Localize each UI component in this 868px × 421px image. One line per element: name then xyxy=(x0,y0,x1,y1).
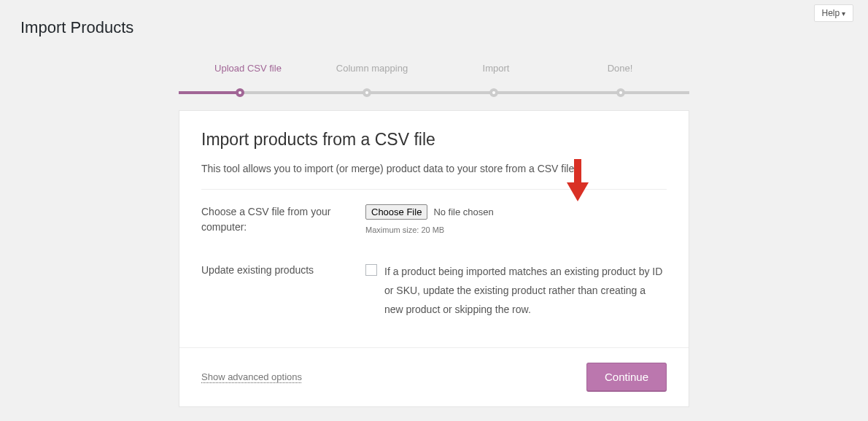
progress-track xyxy=(179,91,689,94)
panel-description: This tool allows you to import (or merge… xyxy=(201,163,667,174)
update-existing-checkbox[interactable] xyxy=(365,264,377,276)
step-dot xyxy=(489,88,498,97)
step-import: Import xyxy=(434,63,558,84)
update-existing-row: Update existing products If a product be… xyxy=(201,248,667,333)
panel-footer: Show advanced options Continue xyxy=(179,347,689,406)
page-title: Import Products xyxy=(0,0,868,37)
show-advanced-options-link[interactable]: Show advanced options xyxy=(201,371,302,382)
choose-file-label: Choose a CSV file from your computer: xyxy=(201,204,365,235)
wizard-container: Upload CSV file Column mapping Import Do… xyxy=(179,63,689,407)
step-label: Column mapping xyxy=(310,63,434,84)
file-size-hint: Maximum size: 20 MB xyxy=(365,225,667,234)
import-panel: Import products from a CSV file This too… xyxy=(179,110,689,407)
step-label: Upload CSV file xyxy=(186,63,310,84)
step-upload-csv: Upload CSV file xyxy=(186,63,310,84)
step-column-mapping: Column mapping xyxy=(310,63,434,84)
continue-button[interactable]: Continue xyxy=(586,363,667,392)
choose-file-row: Choose a CSV file from your computer: Ch… xyxy=(201,190,667,248)
step-dot xyxy=(363,88,371,97)
step-label: Import xyxy=(434,63,558,84)
svg-marker-1 xyxy=(567,182,589,201)
help-button[interactable]: Help xyxy=(814,4,853,22)
wizard-steps: Upload CSV file Column mapping Import Do… xyxy=(179,63,689,84)
update-existing-description: If a product being imported matches an e… xyxy=(384,263,667,320)
step-done: Done! xyxy=(558,63,682,84)
step-dot xyxy=(616,88,625,97)
step-dot xyxy=(236,88,244,97)
no-file-chosen-text: No file chosen xyxy=(433,206,493,217)
step-label: Done! xyxy=(558,63,682,84)
panel-heading: Import products from a CSV file xyxy=(201,130,667,150)
update-existing-label: Update existing products xyxy=(201,263,365,320)
choose-file-button[interactable]: Choose File xyxy=(365,204,427,220)
